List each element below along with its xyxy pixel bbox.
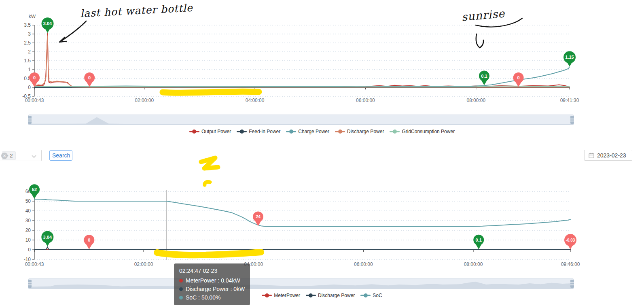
datazoom-left-handle[interactable] bbox=[28, 280, 32, 288]
search-button[interactable]: Search bbox=[49, 150, 72, 161]
svg-text:0.1: 0.1 bbox=[476, 238, 482, 242]
legend-marker bbox=[237, 131, 247, 132]
svg-text:3.04: 3.04 bbox=[43, 235, 52, 240]
x-tick-label: 04:00:00 bbox=[246, 98, 265, 103]
marker-pin-52: 52 bbox=[29, 184, 40, 199]
svg-text:0: 0 bbox=[88, 75, 91, 80]
date-picker[interactable]: 2023-02-23 bbox=[584, 150, 632, 161]
datazoom-shadow-top bbox=[29, 115, 573, 125]
y-tick-label: 1.5 bbox=[24, 58, 31, 64]
x-tick-label: 08:00:00 bbox=[464, 261, 483, 267]
legend-marker bbox=[306, 295, 316, 296]
legend-bottom: MeterPowerDischarge PowerSoC bbox=[0, 293, 644, 298]
marker-pin-0.1: 0.1 bbox=[473, 235, 484, 249]
x-tick-label: 06:00:00 bbox=[356, 98, 375, 103]
chevron-down-icon bbox=[32, 155, 36, 158]
datazoom-right-handle[interactable] bbox=[570, 280, 574, 288]
y-tick-label: 3.5 bbox=[24, 22, 31, 28]
x-tick-label: 08:00:00 bbox=[466, 98, 485, 103]
datazoom-left-handle[interactable] bbox=[28, 116, 32, 124]
svg-text:3.04: 3.04 bbox=[43, 21, 52, 26]
tooltip-series-dot bbox=[179, 279, 183, 283]
y-tick-label: 2 bbox=[28, 49, 31, 55]
y-tick-label: 30 bbox=[25, 218, 31, 223]
series-line-output-power bbox=[34, 33, 570, 87]
legend-item-soc[interactable]: SoC bbox=[360, 293, 382, 298]
legend-marker bbox=[262, 295, 272, 296]
calendar-icon bbox=[589, 153, 594, 158]
x-tick-label: 06:00:00 bbox=[354, 261, 373, 267]
tooltip-series-value: MeterPower : 0.04kW bbox=[186, 276, 240, 285]
marker-pin-0: 0 bbox=[84, 235, 94, 249]
y-tick-label: 50 bbox=[25, 198, 31, 204]
svg-text:0: 0 bbox=[33, 75, 36, 80]
svg-text:0: 0 bbox=[517, 75, 520, 80]
toolbar: ✕ + 2 Search 2023-02-23 bbox=[0, 150, 644, 161]
x-tick-label: 09:46:00 bbox=[561, 261, 580, 267]
svg-text:24: 24 bbox=[256, 214, 261, 219]
series-multi-select[interactable]: ✕ + 2 bbox=[0, 150, 42, 161]
x-tick-label: 00:00:43 bbox=[25, 261, 44, 267]
legend-label: Output Power bbox=[201, 129, 231, 134]
legend-marker bbox=[286, 131, 296, 132]
svg-text:52: 52 bbox=[32, 187, 37, 192]
legend-marker bbox=[360, 295, 371, 296]
y-tick-label: 3 bbox=[28, 31, 31, 37]
x-tick-label: 09:41:30 bbox=[560, 98, 579, 103]
tooltip-series-dot bbox=[179, 287, 183, 291]
chart-0: 3.532.521.510.50-0.5kW00:00:4302:00:0004… bbox=[22, 14, 579, 103]
legend-item-discharge-power[interactable]: Discharge Power bbox=[306, 293, 355, 298]
legend-item-meterpower[interactable]: MeterPower bbox=[262, 293, 300, 298]
date-value: 2023-02-23 bbox=[597, 152, 626, 159]
legend-item-gridconsumption-power[interactable]: GridConsumption Power bbox=[390, 129, 455, 134]
tooltip-row: SoC : 50.00% bbox=[179, 293, 245, 302]
legend-label: SoC bbox=[373, 293, 382, 298]
datazoom-slider-bottom[interactable] bbox=[28, 278, 574, 289]
datazoom-shadow-bottom bbox=[29, 279, 573, 289]
y-tick-label: 2.5 bbox=[24, 40, 31, 46]
series-line-soc bbox=[34, 199, 570, 226]
tooltip-series-value: Discharge Power : 0kW bbox=[186, 285, 245, 293]
legend-label: MeterPower bbox=[274, 293, 300, 298]
y-tick-label: 0 bbox=[28, 85, 31, 90]
marker-pin-3.04: 3.04 bbox=[41, 231, 53, 246]
legend-label: Feed-in Power bbox=[249, 129, 280, 134]
marker-pin-0: 0 bbox=[513, 72, 524, 87]
svg-text:1.15: 1.15 bbox=[565, 55, 574, 59]
y-tick-label: 1 bbox=[28, 67, 31, 72]
marker-pin-0.1: 0.1 bbox=[479, 71, 489, 85]
datazoom-slider-top[interactable] bbox=[28, 115, 574, 125]
legend-marker bbox=[335, 131, 345, 132]
legend-item-output-power[interactable]: Output Power bbox=[189, 129, 231, 134]
legend-label: GridConsumption Power bbox=[402, 129, 455, 134]
tooltip-series-value: SoC : 50.00% bbox=[186, 293, 220, 302]
x-tick-label: 02:00:00 bbox=[134, 261, 153, 267]
legend-marker bbox=[390, 131, 400, 132]
tooltip-row: Discharge Power : 0kW bbox=[179, 285, 245, 293]
legend-label: Discharge Power bbox=[347, 129, 384, 134]
series-line-discharge-power bbox=[34, 36, 570, 87]
marker-pin-3.04: 3.04 bbox=[42, 17, 54, 33]
legend-top: Output PowerFeed-in PowerCharge PowerDis… bbox=[0, 129, 644, 134]
chart-1: 6050403020100-1000:00:4302:00:0004:00:00… bbox=[24, 184, 580, 267]
tooltip-row: MeterPower : 0.04kW bbox=[179, 276, 245, 285]
tooltip-series-dot bbox=[179, 296, 183, 300]
legend-item-feed-in-power[interactable]: Feed-in Power bbox=[237, 129, 280, 134]
legend-label: Charge Power bbox=[298, 129, 329, 134]
x-tick-label: 02:00:00 bbox=[135, 98, 154, 103]
y-tick-label: 10 bbox=[25, 237, 31, 243]
legend-item-charge-power[interactable]: Charge Power bbox=[286, 129, 329, 134]
legend-item-discharge-power[interactable]: Discharge Power bbox=[335, 129, 384, 134]
svg-text:0.1: 0.1 bbox=[481, 74, 487, 79]
legend-marker bbox=[189, 131, 199, 132]
remove-tag-icon[interactable]: ✕ bbox=[1, 153, 8, 159]
y-tick-label: 20 bbox=[25, 227, 31, 233]
y-tick-label: 0 bbox=[28, 247, 31, 253]
marker-pin--0.03: -0.03 bbox=[564, 234, 576, 249]
legend-label: Discharge Power bbox=[318, 293, 355, 298]
tooltip-timestamp: 02:24:47 02-23 bbox=[179, 267, 245, 275]
datazoom-right-handle[interactable] bbox=[570, 116, 574, 124]
y-axis-unit: kW bbox=[29, 14, 36, 19]
chart-tooltip: 02:24:47 02-23 MeterPower : 0.04kWDischa… bbox=[174, 263, 250, 305]
svg-text:0: 0 bbox=[88, 238, 90, 242]
